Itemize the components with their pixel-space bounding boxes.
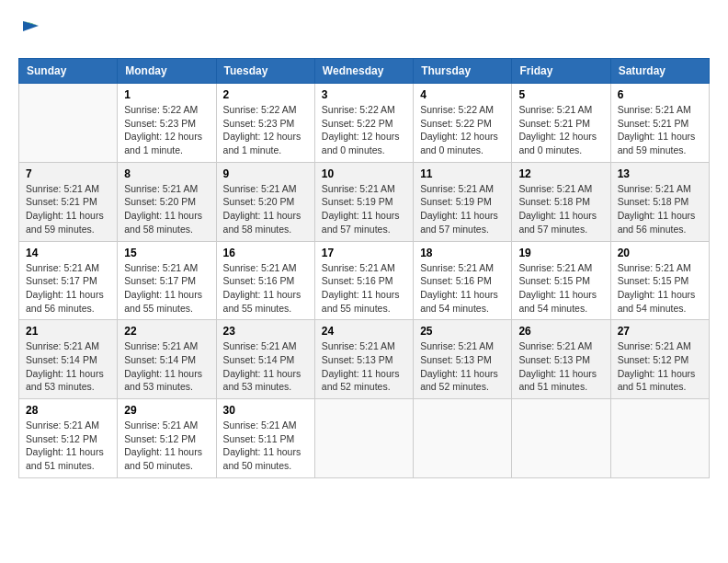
calendar-cell: 7Sunrise: 5:21 AM Sunset: 5:21 PM Daylig…	[19, 162, 118, 241]
day-number: 21	[26, 325, 110, 338]
calendar-header-thursday: Thursday	[414, 59, 512, 84]
day-detail: Sunrise: 5:22 AM Sunset: 5:23 PM Dayligh…	[223, 103, 308, 157]
day-detail: Sunrise: 5:21 AM Sunset: 5:11 PM Dayligh…	[223, 419, 308, 473]
day-number: 15	[124, 247, 209, 259]
calendar-cell: 27Sunrise: 5:21 AM Sunset: 5:12 PM Dayli…	[610, 320, 709, 399]
day-number: 23	[223, 325, 308, 338]
calendar-cell: 9Sunrise: 5:21 AM Sunset: 5:20 PM Daylig…	[216, 162, 314, 241]
day-number: 16	[223, 247, 308, 259]
day-detail: Sunrise: 5:21 AM Sunset: 5:18 PM Dayligh…	[618, 182, 702, 236]
logo-text	[18, 18, 40, 43]
day-detail: Sunrise: 5:21 AM Sunset: 5:21 PM Dayligh…	[618, 103, 702, 157]
calendar-cell: 5Sunrise: 5:21 AM Sunset: 5:21 PM Daylig…	[512, 84, 610, 163]
logo-flag-icon	[20, 18, 40, 39]
day-detail: Sunrise: 5:21 AM Sunset: 5:17 PM Dayligh…	[124, 261, 209, 316]
day-number: 20	[618, 247, 702, 259]
day-detail: Sunrise: 5:21 AM Sunset: 5:15 PM Dayligh…	[518, 261, 603, 316]
calendar-cell: 22Sunrise: 5:21 AM Sunset: 5:14 PM Dayli…	[118, 320, 216, 399]
day-number: 17	[322, 247, 406, 259]
calendar-cell: 19Sunrise: 5:21 AM Sunset: 5:15 PM Dayli…	[512, 241, 610, 320]
day-number: 14	[26, 247, 110, 259]
calendar-week-3: 14Sunrise: 5:21 AM Sunset: 5:17 PM Dayli…	[19, 241, 710, 320]
day-number: 4	[420, 88, 505, 101]
day-detail: Sunrise: 5:21 AM Sunset: 5:19 PM Dayligh…	[420, 182, 505, 236]
calendar-table: SundayMondayTuesdayWednesdayThursdayFrid…	[18, 58, 710, 478]
calendar-cell: 28Sunrise: 5:21 AM Sunset: 5:12 PM Dayli…	[19, 399, 118, 478]
calendar-cell: 10Sunrise: 5:21 AM Sunset: 5:19 PM Dayli…	[314, 162, 413, 241]
day-number: 19	[518, 247, 603, 259]
day-detail: Sunrise: 5:21 AM Sunset: 5:19 PM Dayligh…	[322, 182, 406, 236]
day-number: 27	[618, 325, 702, 338]
calendar-cell	[512, 399, 610, 478]
calendar-cell: 18Sunrise: 5:21 AM Sunset: 5:16 PM Dayli…	[414, 241, 512, 320]
day-number: 5	[518, 88, 603, 101]
day-detail: Sunrise: 5:21 AM Sunset: 5:13 PM Dayligh…	[518, 339, 603, 394]
header	[18, 18, 710, 43]
day-number: 30	[223, 404, 308, 417]
calendar-cell: 23Sunrise: 5:21 AM Sunset: 5:14 PM Dayli…	[216, 320, 314, 399]
calendar-week-4: 21Sunrise: 5:21 AM Sunset: 5:14 PM Dayli…	[19, 320, 710, 399]
day-detail: Sunrise: 5:21 AM Sunset: 5:20 PM Dayligh…	[223, 182, 308, 236]
calendar-cell: 2Sunrise: 5:22 AM Sunset: 5:23 PM Daylig…	[216, 84, 314, 163]
day-detail: Sunrise: 5:21 AM Sunset: 5:16 PM Dayligh…	[223, 261, 308, 316]
calendar-cell: 30Sunrise: 5:21 AM Sunset: 5:11 PM Dayli…	[216, 399, 314, 478]
day-number: 24	[322, 325, 406, 338]
calendar-cell: 29Sunrise: 5:21 AM Sunset: 5:12 PM Dayli…	[118, 399, 216, 478]
day-number: 7	[26, 167, 110, 180]
calendar-cell: 17Sunrise: 5:21 AM Sunset: 5:16 PM Dayli…	[314, 241, 413, 320]
day-number: 2	[223, 88, 308, 101]
calendar-cell	[414, 399, 512, 478]
day-detail: Sunrise: 5:21 AM Sunset: 5:13 PM Dayligh…	[420, 339, 505, 394]
day-detail: Sunrise: 5:21 AM Sunset: 5:21 PM Dayligh…	[518, 103, 603, 157]
day-number: 3	[322, 88, 406, 101]
calendar-cell: 8Sunrise: 5:21 AM Sunset: 5:20 PM Daylig…	[118, 162, 216, 241]
svg-marker-0	[23, 21, 39, 31]
calendar-week-2: 7Sunrise: 5:21 AM Sunset: 5:21 PM Daylig…	[19, 162, 710, 241]
day-detail: Sunrise: 5:21 AM Sunset: 5:17 PM Dayligh…	[26, 261, 110, 316]
day-detail: Sunrise: 5:21 AM Sunset: 5:12 PM Dayligh…	[618, 339, 702, 394]
calendar-cell: 13Sunrise: 5:21 AM Sunset: 5:18 PM Dayli…	[610, 162, 709, 241]
calendar-cell: 16Sunrise: 5:21 AM Sunset: 5:16 PM Dayli…	[216, 241, 314, 320]
day-detail: Sunrise: 5:21 AM Sunset: 5:18 PM Dayligh…	[518, 182, 603, 236]
calendar-cell: 4Sunrise: 5:22 AM Sunset: 5:22 PM Daylig…	[414, 84, 512, 163]
day-number: 10	[322, 167, 406, 180]
day-detail: Sunrise: 5:21 AM Sunset: 5:16 PM Dayligh…	[420, 261, 505, 316]
day-detail: Sunrise: 5:21 AM Sunset: 5:20 PM Dayligh…	[124, 182, 209, 236]
calendar-cell: 14Sunrise: 5:21 AM Sunset: 5:17 PM Dayli…	[19, 241, 118, 320]
day-number: 28	[26, 404, 110, 417]
calendar-cell: 6Sunrise: 5:21 AM Sunset: 5:21 PM Daylig…	[610, 84, 709, 163]
day-number: 6	[618, 88, 702, 101]
calendar-header-friday: Friday	[512, 59, 610, 84]
day-detail: Sunrise: 5:21 AM Sunset: 5:12 PM Dayligh…	[26, 419, 110, 473]
calendar-cell	[314, 399, 413, 478]
day-detail: Sunrise: 5:21 AM Sunset: 5:14 PM Dayligh…	[26, 339, 110, 394]
day-number: 11	[420, 167, 505, 180]
calendar-header-row: SundayMondayTuesdayWednesdayThursdayFrid…	[19, 59, 710, 84]
calendar-week-5: 28Sunrise: 5:21 AM Sunset: 5:12 PM Dayli…	[19, 399, 710, 478]
day-number: 26	[518, 325, 603, 338]
calendar-header-saturday: Saturday	[610, 59, 709, 84]
calendar-week-1: 1Sunrise: 5:22 AM Sunset: 5:23 PM Daylig…	[19, 84, 710, 163]
calendar-cell: 12Sunrise: 5:21 AM Sunset: 5:18 PM Dayli…	[512, 162, 610, 241]
day-detail: Sunrise: 5:21 AM Sunset: 5:15 PM Dayligh…	[618, 261, 702, 316]
calendar-header-monday: Monday	[118, 59, 216, 84]
calendar-header-wednesday: Wednesday	[314, 59, 413, 84]
day-detail: Sunrise: 5:21 AM Sunset: 5:21 PM Dayligh…	[26, 182, 110, 236]
calendar-cell: 25Sunrise: 5:21 AM Sunset: 5:13 PM Dayli…	[414, 320, 512, 399]
day-detail: Sunrise: 5:21 AM Sunset: 5:12 PM Dayligh…	[124, 419, 209, 473]
calendar-cell: 3Sunrise: 5:22 AM Sunset: 5:22 PM Daylig…	[314, 84, 413, 163]
day-number: 13	[618, 167, 702, 180]
day-number: 29	[124, 404, 209, 417]
day-detail: Sunrise: 5:21 AM Sunset: 5:16 PM Dayligh…	[322, 261, 406, 316]
day-number: 25	[420, 325, 505, 338]
calendar-header-sunday: Sunday	[19, 59, 118, 84]
day-number: 8	[124, 167, 209, 180]
calendar-cell: 1Sunrise: 5:22 AM Sunset: 5:23 PM Daylig…	[118, 84, 216, 163]
logo	[18, 18, 40, 43]
calendar-cell: 11Sunrise: 5:21 AM Sunset: 5:19 PM Dayli…	[414, 162, 512, 241]
calendar-cell: 26Sunrise: 5:21 AM Sunset: 5:13 PM Dayli…	[512, 320, 610, 399]
day-number: 22	[124, 325, 209, 338]
day-detail: Sunrise: 5:22 AM Sunset: 5:22 PM Dayligh…	[420, 103, 505, 157]
calendar-cell: 15Sunrise: 5:21 AM Sunset: 5:17 PM Dayli…	[118, 241, 216, 320]
day-number: 9	[223, 167, 308, 180]
